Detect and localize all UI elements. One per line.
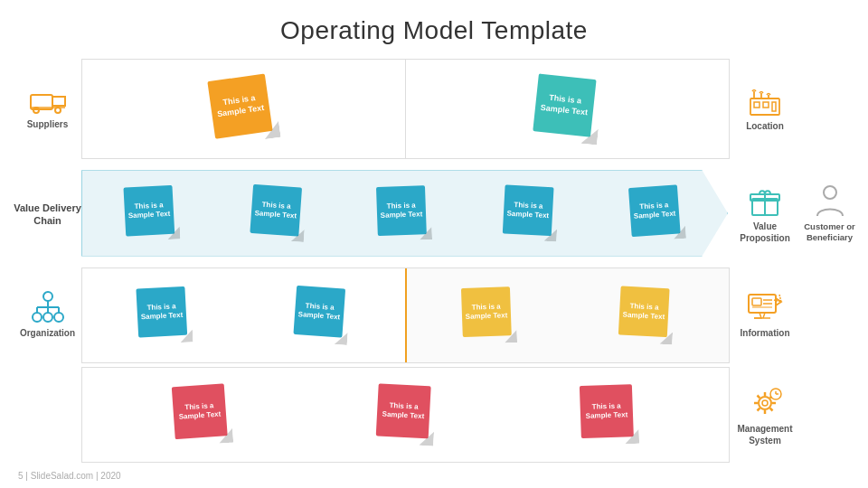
- person-icon: [814, 183, 846, 220]
- mgmt-right-icon: Management System: [730, 367, 800, 463]
- sticky-red-2: This is a Sample Text: [375, 383, 436, 446]
- svg-line-40: [770, 408, 773, 411]
- svg-rect-6: [750, 99, 779, 115]
- info-right-icon: Information: [730, 267, 800, 363]
- management-icon: [746, 383, 784, 421]
- vdc-main: This is a Sample Text This is a Sample T…: [81, 163, 728, 263]
- org-far-right: [800, 267, 859, 363]
- row-mgmt: This is a Sample Text This is a Sample T…: [14, 367, 859, 463]
- svg-rect-9: [772, 102, 776, 111]
- svg-line-39: [758, 395, 760, 398]
- location-label: Location: [746, 120, 784, 132]
- org-left: Organization: [14, 267, 81, 363]
- org-left-section: This is a Sample Text This is a Sample T…: [82, 268, 407, 362]
- sticky-red-3: This is a Sample Text: [579, 384, 638, 446]
- information-label: Information: [741, 327, 790, 339]
- row1-far-right: [800, 59, 859, 159]
- row-org: Organization This is a Sample Text: [14, 267, 859, 363]
- svg-marker-1: [52, 97, 65, 106]
- svg-rect-7: [754, 102, 760, 108]
- svg-point-33: [759, 397, 771, 409]
- svg-rect-8: [763, 102, 769, 108]
- sticky-yellow-2: This is a Sample Text: [618, 286, 675, 344]
- svg-point-17: [43, 292, 52, 301]
- layout: Suppliers This is a Sample Text: [14, 59, 859, 463]
- sticky-red-1: This is a Sample Text: [171, 383, 232, 446]
- sticky-blue-1: This is a Sample Text: [123, 184, 180, 241]
- row-suppliers: Suppliers This is a Sample Text: [14, 59, 859, 159]
- svg-point-16: [824, 186, 836, 199]
- page-title: Operating Model Template: [0, 0, 868, 52]
- vdc-left: Value Delivery Chain: [14, 163, 81, 263]
- sticky-org-1: This is a Sample Text: [137, 286, 193, 344]
- svg-rect-27: [752, 298, 761, 305]
- gift-icon: [747, 183, 783, 219]
- svg-point-34: [762, 400, 768, 406]
- svg-point-4: [55, 108, 61, 113]
- slide: Operating Model Template Suppliers: [0, 0, 868, 488]
- org-main: This is a Sample Text This is a Sample T…: [81, 267, 730, 363]
- note-text: This is a Sample Text: [533, 88, 594, 122]
- suppliers-main: This is a Sample Text This is a Sample T…: [81, 59, 730, 159]
- sticky-org-2: This is a Sample Text: [293, 286, 351, 345]
- management-label: Management System: [730, 423, 800, 446]
- svg-point-23: [33, 313, 42, 322]
- suppliers-label: Suppliers: [27, 118, 69, 130]
- mgmt-far-right: [800, 367, 859, 463]
- sticky-orange: This is a Sample Text: [207, 72, 280, 145]
- sticky-blue-2: This is a Sample Text: [250, 184, 307, 242]
- mgmt-main: This is a Sample Text This is a Sample T…: [81, 367, 730, 463]
- vdc-label: Value Delivery Chain: [14, 202, 81, 228]
- sticky-yellow-1: This is a Sample Text: [461, 286, 517, 344]
- suppliers-left: Suppliers: [14, 59, 81, 159]
- suppliers-left-section: This is a Sample Text: [82, 60, 406, 158]
- svg-point-24: [43, 313, 52, 322]
- mgmt-left: [14, 367, 81, 463]
- value-prop-label: Value Proposition: [730, 221, 800, 244]
- row-vdc: Value Delivery Chain This is a Sample Te…: [14, 163, 859, 263]
- vdc-right-icon: Value Proposition: [730, 163, 800, 263]
- svg-point-25: [54, 313, 63, 322]
- note-text: This is a Sample Text: [209, 88, 270, 124]
- suppliers-right-section: This is a Sample Text: [406, 60, 729, 158]
- info-icon: [745, 291, 785, 325]
- org-right-section: This is a Sample Text This is a Sample T…: [407, 268, 730, 362]
- suppliers-right-icon: Location: [730, 59, 800, 159]
- sticky-teal: This is a Sample Text: [532, 73, 603, 145]
- sticky-blue-4: This is a Sample Text: [503, 184, 560, 241]
- truck-icon: [29, 88, 67, 117]
- svg-line-42: [758, 408, 760, 411]
- factory-icon: [745, 86, 785, 118]
- customer-label: Customer or Beneficiary: [800, 221, 859, 244]
- org-icon: [30, 291, 66, 325]
- sticky-blue-5: This is a Sample Text: [628, 184, 686, 242]
- org-label: Organization: [20, 327, 75, 339]
- customer-beneficiary: Customer or Beneficiary: [800, 163, 859, 263]
- sticky-blue-3: This is a Sample Text: [376, 185, 432, 241]
- footer: 5 | SlideSalad.com | 2020: [18, 471, 121, 481]
